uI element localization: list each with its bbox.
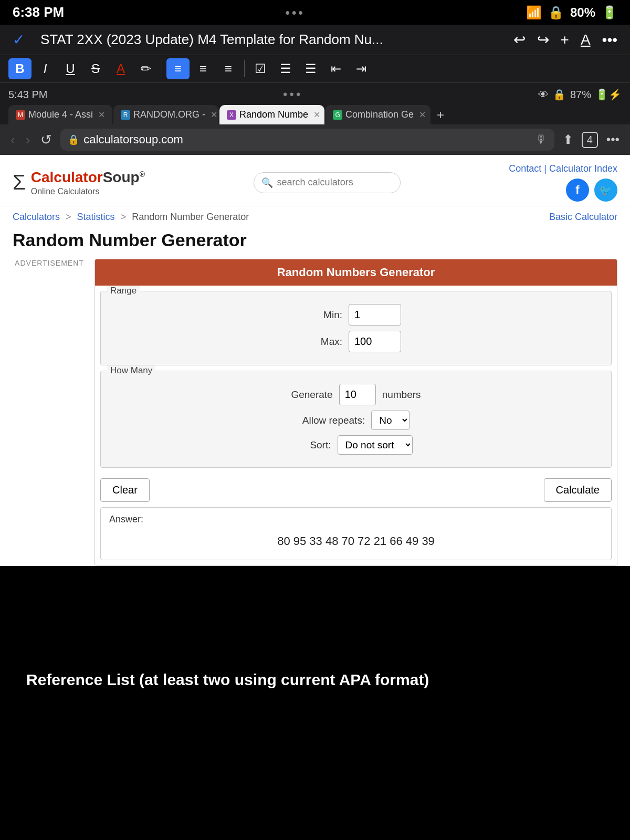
calc-layout: ADVERTISEMENT Random Numbers Generator R…	[0, 259, 630, 566]
align-right-button[interactable]: ≡	[217, 58, 240, 79]
facebook-link[interactable]: f	[566, 178, 589, 202]
search-icon: 🔍	[261, 177, 273, 188]
tab-combo[interactable]: G Combination Ge ✕	[326, 105, 430, 124]
checkmark-button[interactable]: ✓	[8, 29, 29, 50]
tab-add-button[interactable]: +	[432, 106, 449, 124]
site-name-soup: Soup	[103, 169, 140, 185]
wifi-icon: 📶	[526, 5, 542, 20]
tab-random[interactable]: R RANDOM.ORG - ✕	[113, 105, 218, 124]
contact-link[interactable]: Contact	[509, 163, 541, 174]
website-content: Σ CalculatorSoup® Online Calculators 🔍 C…	[0, 155, 630, 566]
allow-repeats-row: Allow repeats: No Yes	[109, 411, 603, 430]
status-dots: •••	[286, 5, 305, 20]
status-bar: 6:38 PM ••• 📶 🔒 80% 🔋	[0, 0, 630, 25]
max-label: Max:	[311, 336, 342, 348]
twitter-link[interactable]: 🐦	[594, 178, 617, 202]
forward-button[interactable]: ›	[24, 130, 33, 150]
browser-eye-icon: 👁	[538, 89, 549, 101]
tab-favicon-module: M	[16, 110, 25, 120]
search-input[interactable]	[277, 177, 393, 188]
bullet-list-button[interactable]: ☰	[274, 58, 297, 79]
bold-button[interactable]: B	[8, 58, 32, 79]
howmany-legend: How Many	[107, 365, 155, 376]
battery-icon: 🔋	[602, 5, 617, 20]
calculator-header: Random Numbers Generator	[95, 259, 617, 286]
breadcrumb-calculators[interactable]: Calculators	[13, 212, 60, 222]
range-section: Range Min: Max:	[100, 291, 612, 365]
tab-close-random[interactable]: ✕	[211, 110, 217, 120]
allow-repeats-select[interactable]: No Yes	[371, 411, 410, 430]
strikethrough-button[interactable]: S	[84, 58, 107, 79]
sort-select[interactable]: Do not sort Ascending Descending	[338, 435, 413, 455]
checklist-button[interactable]: ☑	[249, 58, 272, 79]
tab-favicon-calc: X	[227, 110, 236, 120]
refresh-button[interactable]: ↺	[38, 130, 54, 150]
sort-row: Sort: Do not sort Ascending Descending	[109, 435, 603, 455]
doc-toolbar: ✓ STAT 2XX (2023 Update) M4 Template for…	[0, 25, 630, 55]
breadcrumb-current: Random Number Generator	[132, 212, 249, 222]
tabs-count[interactable]: 4	[582, 132, 598, 148]
min-row: Min:	[109, 304, 603, 326]
tab-label-combo: Combination Ge	[345, 109, 414, 120]
tab-close-combo[interactable]: ✕	[419, 110, 426, 120]
generate-input[interactable]	[339, 384, 376, 405]
divider2	[244, 60, 245, 77]
browser-tabs: M Module 4 - Assi ✕ R RANDOM.ORG - ✕ X R…	[8, 105, 622, 124]
calculator-box: Random Numbers Generator Range Min: Max:…	[94, 259, 617, 566]
redo-button[interactable]: ↪	[533, 29, 553, 50]
clear-button[interactable]: Clear	[100, 478, 150, 502]
spacer	[0, 566, 630, 650]
align-center-button[interactable]: ≡	[192, 58, 215, 79]
highlight-button[interactable]: ✏	[134, 58, 158, 79]
min-label: Min:	[311, 309, 342, 321]
breadcrumb-path: Calculators > Statistics > Random Number…	[13, 212, 249, 223]
sigma-icon: Σ	[13, 171, 26, 194]
basic-calculator-link[interactable]: Basic Calculator	[549, 212, 617, 223]
browser-time: 5:43 PM	[8, 89, 47, 101]
undo-button[interactable]: ↩	[509, 29, 530, 50]
search-box[interactable]: 🔍	[254, 172, 401, 193]
tab-favicon-random: R	[121, 110, 130, 120]
site-subtitle: Online Calculators	[31, 187, 145, 196]
browser-status-right: 👁 🔒 87% 🔋⚡	[538, 88, 622, 101]
url-input-wrapper[interactable]: 🔒 calculatorsoup.com 🎙	[60, 129, 554, 151]
howmany-section: How Many Generate numbers Allow repeats:…	[100, 371, 612, 468]
calculate-button[interactable]: Calculate	[544, 478, 612, 502]
more-button[interactable]: •••	[604, 130, 622, 149]
tab-close-module[interactable]: ✕	[98, 110, 105, 120]
add-button[interactable]: +	[556, 29, 573, 50]
url-mic-icon[interactable]: 🎙	[536, 133, 547, 146]
numbers-text: numbers	[382, 389, 421, 401]
share-button[interactable]: ⬆	[561, 130, 575, 149]
social-links: f 🐦	[566, 178, 617, 202]
registered-mark: ®	[140, 170, 145, 178]
tab-calc-soup[interactable]: X Random Numbe ✕	[219, 105, 324, 124]
more-doc-button[interactable]: •••	[598, 29, 622, 50]
numbered-list-button[interactable]: ☰	[299, 58, 322, 79]
min-input[interactable]	[349, 304, 401, 326]
max-input[interactable]	[349, 331, 401, 352]
italic-button[interactable]: I	[34, 58, 57, 79]
calculator-index-link[interactable]: Calculator Index	[549, 163, 617, 174]
browser-status-bar: 5:43 PM ••• 👁 🔒 87% 🔋⚡	[8, 87, 622, 105]
tab-module[interactable]: M Module 4 - Assi ✕	[8, 105, 112, 124]
divider1	[162, 60, 162, 77]
breadcrumb-sep1: >	[66, 212, 74, 222]
url-lock-icon: 🔒	[68, 134, 79, 145]
browser-dots: •••	[283, 87, 302, 102]
reference-section: Reference List (at least two using curre…	[0, 650, 630, 720]
back-button[interactable]: ‹	[8, 130, 17, 150]
underline-button[interactable]: U	[59, 58, 82, 79]
doc-title: STAT 2XX (2023 Update) M4 Template for R…	[40, 32, 498, 48]
answer-numbers: 80 95 33 48 70 72 21 66 49 39	[109, 529, 603, 553]
underline-doc-button[interactable]: A	[576, 29, 595, 50]
header-links: Contact | Calculator Index	[509, 163, 617, 174]
align-left-button[interactable]: ≡	[166, 58, 190, 79]
font-color-button[interactable]: A	[109, 58, 132, 79]
site-name-calc: Calculator	[31, 169, 103, 185]
breadcrumb-statistics[interactable]: Statistics	[77, 212, 115, 222]
outdent-button[interactable]: ⇤	[324, 58, 348, 79]
indent-button[interactable]: ⇥	[350, 58, 373, 79]
answer-label: Answer:	[109, 514, 603, 525]
tab-close-calc[interactable]: ✕	[313, 110, 320, 120]
